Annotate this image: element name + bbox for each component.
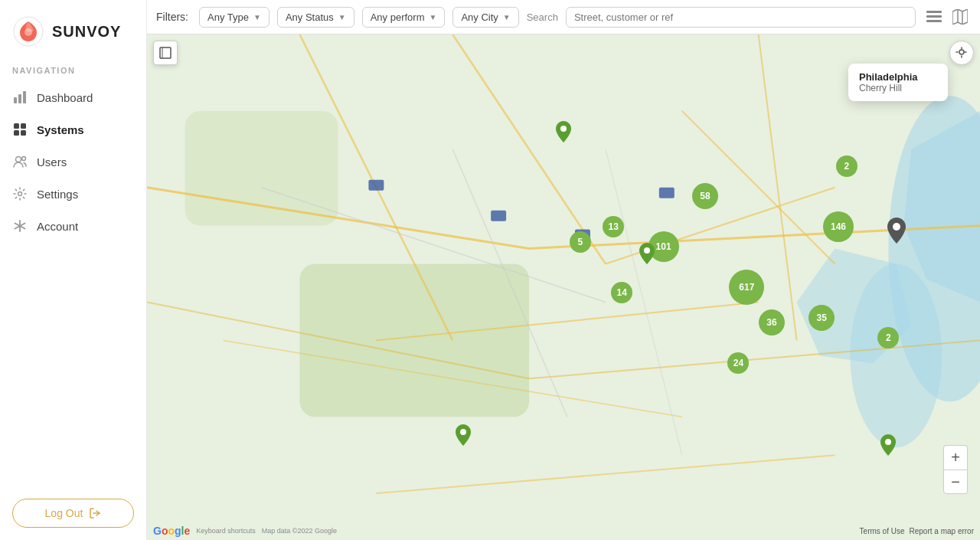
cluster-35-label: 35 xyxy=(817,313,827,323)
main-content: Filters: Any Type ▼ Any Status ▼ Any per… xyxy=(147,0,980,540)
pin-green-3[interactable] xyxy=(456,424,471,449)
type-filter-chevron: ▼ xyxy=(253,13,261,21)
nav-section-label: NAVIGATION xyxy=(0,60,87,81)
grid-icon xyxy=(12,122,28,137)
popup-subtitle: Cherry Hill xyxy=(859,83,937,93)
sidebar-item-account[interactable]: Account xyxy=(0,210,146,242)
zoom-in-button[interactable]: + xyxy=(943,445,968,470)
map-view-icon[interactable] xyxy=(949,6,971,28)
expand-map-button[interactable] xyxy=(153,41,178,65)
zoom-out-button[interactable]: − xyxy=(943,470,968,494)
cluster-14[interactable]: 14 xyxy=(611,282,632,303)
cluster-5[interactable]: 5 xyxy=(570,231,591,253)
pin-green-2[interactable] xyxy=(639,243,655,267)
cluster-14-label: 14 xyxy=(616,287,626,298)
green-pin-icon-2 xyxy=(639,243,655,264)
svg-point-49 xyxy=(560,126,567,132)
filters-label: Filters: xyxy=(156,11,188,23)
map-background xyxy=(147,34,980,540)
sidebar-item-dashboard-label: Dashboard xyxy=(37,91,93,104)
svg-point-10 xyxy=(22,157,26,161)
sidebar-item-users[interactable]: Users xyxy=(0,146,146,178)
gear-icon xyxy=(12,186,28,201)
expand-icon xyxy=(159,47,172,59)
google-logo: Google xyxy=(153,525,190,537)
cluster-2-bottom-label: 2 xyxy=(886,332,891,343)
sidebar-item-account-label: Account xyxy=(37,220,78,233)
users-icon xyxy=(12,154,28,169)
report-link[interactable]: Report a map error xyxy=(910,527,974,535)
green-pin-icon-1 xyxy=(556,121,571,142)
green-pin-icon-3 xyxy=(456,424,471,446)
cluster-13-label: 13 xyxy=(609,221,619,232)
type-filter[interactable]: Any Type ▼ xyxy=(199,7,270,28)
sidebar-item-dashboard[interactable]: Dashboard xyxy=(0,81,146,113)
svg-point-11 xyxy=(18,192,22,196)
status-filter[interactable]: Any Status ▼ xyxy=(277,7,354,28)
cluster-2-top-label: 2 xyxy=(844,161,850,172)
svg-rect-28 xyxy=(185,111,338,226)
cluster-5-label: 5 xyxy=(577,237,583,247)
cluster-2-top[interactable]: 2 xyxy=(836,155,858,177)
search-label: Search xyxy=(527,11,558,23)
sidebar-item-settings[interactable]: Settings xyxy=(0,178,146,210)
cluster-24[interactable]: 24 xyxy=(727,352,749,374)
sidebar-item-users-label: Users xyxy=(37,155,67,169)
svg-rect-8 xyxy=(21,130,26,136)
cluster-13[interactable]: 13 xyxy=(603,216,624,237)
list-view-icon[interactable] xyxy=(923,6,945,28)
map-zoom-controls: + − xyxy=(943,445,968,494)
search-input[interactable] xyxy=(566,7,916,28)
cluster-58[interactable]: 58 xyxy=(692,183,718,209)
logout-label: Log Out xyxy=(45,507,83,519)
cluster-146[interactable]: 146 xyxy=(823,211,854,242)
svg-rect-18 xyxy=(926,20,942,22)
status-filter-label: Any Status xyxy=(286,11,334,23)
svg-rect-2 xyxy=(14,97,17,103)
svg-rect-53 xyxy=(160,47,171,58)
location-pin-button[interactable] xyxy=(949,41,974,65)
cluster-101-label: 101 xyxy=(656,241,671,252)
filter-bar: Filters: Any Type ▼ Any Status ▼ Any per… xyxy=(147,0,980,34)
performer-filter-label: Any perform xyxy=(371,11,425,23)
svg-point-48 xyxy=(893,223,900,231)
svg-rect-16 xyxy=(926,11,942,13)
terms-link[interactable]: Terms of Use xyxy=(860,527,905,535)
keyboard-shortcuts[interactable]: Keyboard shortcuts xyxy=(196,527,256,535)
cluster-2-bottom[interactable]: 2 xyxy=(877,327,899,349)
sunvoy-logo-icon xyxy=(12,15,44,47)
logo-area: SUNVOY xyxy=(0,0,133,60)
logout-icon xyxy=(89,507,101,519)
pin-green-1[interactable] xyxy=(556,121,571,146)
cluster-36[interactable]: 36 xyxy=(759,309,785,335)
sidebar-item-systems[interactable]: Systems xyxy=(0,113,146,146)
performer-filter[interactable]: Any perform ▼ xyxy=(362,7,446,28)
logout-button[interactable]: Log Out xyxy=(12,499,134,528)
cluster-146-label: 146 xyxy=(831,221,846,232)
pin-grey[interactable] xyxy=(887,218,906,247)
chart-icon xyxy=(12,90,28,105)
cluster-35[interactable]: 35 xyxy=(808,305,835,331)
nav-items: Dashboard Systems Users Settings xyxy=(0,81,146,242)
city-filter[interactable]: Any City ▼ xyxy=(452,7,518,28)
cluster-58-label: 58 xyxy=(700,191,710,201)
performer-filter-chevron: ▼ xyxy=(429,13,436,21)
cluster-24-label: 24 xyxy=(733,358,743,368)
map-footer-links: Terms of Use Report a map error xyxy=(860,527,974,535)
pin-green-4[interactable] xyxy=(880,434,896,459)
svg-rect-17 xyxy=(926,15,942,18)
svg-rect-44 xyxy=(368,180,384,191)
map-area[interactable]: 617 146 101 58 36 35 xyxy=(147,34,980,540)
cluster-617[interactable]: 617 xyxy=(729,270,764,305)
svg-point-1 xyxy=(24,28,32,36)
map-footer: Google Keyboard shortcuts Map data ©2022… xyxy=(147,525,980,537)
svg-point-55 xyxy=(959,50,964,54)
svg-point-9 xyxy=(16,157,21,162)
philadelphia-popup: Philadelphia Cherry Hill xyxy=(848,64,948,101)
filter-icons xyxy=(923,6,971,28)
svg-rect-45 xyxy=(491,211,506,221)
cluster-617-label: 617 xyxy=(739,282,754,293)
asterisk-icon xyxy=(12,218,28,234)
svg-rect-7 xyxy=(14,130,19,136)
svg-rect-6 xyxy=(21,123,26,129)
